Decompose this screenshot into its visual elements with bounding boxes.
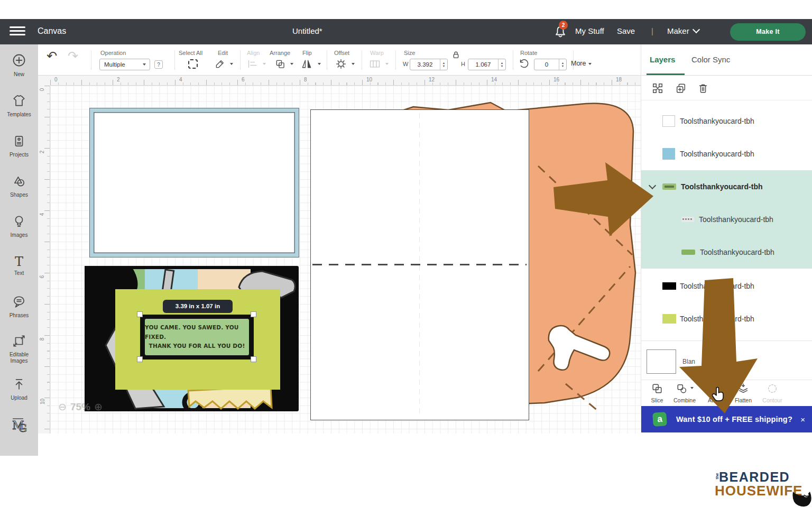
size-label: Size	[404, 50, 415, 56]
monogram-maker-icon[interactable]: M G	[12, 416, 27, 435]
app-window: Canvas Untitled* 2 My Stuff Save | Maker…	[0, 0, 812, 516]
ruler-label: 16	[553, 77, 559, 82]
zoom-in-icon[interactable]: ⊕	[94, 401, 103, 413]
tab-color-sync[interactable]: Color Sync	[691, 55, 730, 64]
layer-swatch-green-bar	[681, 250, 695, 255]
more-menu[interactable]: More	[571, 60, 592, 67]
document-title[interactable]: Untitled*	[292, 26, 322, 35]
upload-arrow-icon	[12, 377, 26, 391]
layer-row[interactable]: Toolsthankyoucard-tbh	[641, 105, 812, 137]
layer-name: Toolsthankyoucard-tbh	[699, 215, 773, 224]
label-frame[interactable]: YOU CAME. YOU SAWED. YOU FIXED. THANK YO…	[140, 315, 254, 360]
height-stepper[interactable]: ▲▼	[498, 59, 505, 70]
layer-sub-row[interactable]: Toolsthankyoucard-tbh	[641, 203, 812, 236]
sidebar-item-shapes[interactable]: Shapes	[0, 174, 38, 198]
duplicate-icon[interactable]	[675, 82, 687, 94]
ruler-label: 18	[616, 77, 622, 82]
layer-sub-row[interactable]: Toolsthankyoucard-tbh	[641, 236, 812, 269]
text-tool-icon: T	[0, 255, 38, 269]
edit-pencil-icon[interactable]	[215, 59, 225, 69]
rotate-value: 0	[534, 59, 559, 70]
ruler-label: 6	[242, 77, 245, 82]
rotate-icon[interactable]	[518, 58, 530, 70]
operation-label: Operation	[100, 50, 126, 56]
hamburger-menu-icon[interactable]	[10, 26, 25, 37]
sidebar-item-text[interactable]: T Text	[0, 255, 38, 277]
make-it-button[interactable]: Make It	[730, 23, 806, 41]
edit-caret-icon[interactable]	[230, 63, 233, 65]
arrange-label: Arrange	[270, 50, 290, 56]
layer-group-header-row[interactable]: Toolsthankyoucard-tbh	[641, 170, 812, 203]
blue-card-shape[interactable]	[90, 108, 299, 257]
notification-badge: 2	[559, 21, 568, 30]
sidebar-item-templates[interactable]: Templates	[0, 94, 38, 118]
height-value: 1.067	[468, 59, 498, 70]
sidebar-item-images[interactable]: Images	[0, 215, 38, 238]
zoom-out-icon[interactable]: ⊖	[58, 401, 67, 413]
height-label: H	[461, 61, 465, 67]
contour-icon	[767, 383, 778, 394]
offset-caret-icon[interactable]	[352, 63, 355, 65]
new-plus-icon	[12, 53, 26, 68]
slice-button[interactable]: Slice	[647, 383, 668, 403]
rotate-stepper[interactable]: ▲▼	[559, 59, 566, 70]
panel-tabs: Layers Color Sync	[641, 44, 812, 76]
left-sidebar: New Templates Projects Shapes Images T T…	[0, 44, 38, 456]
trash-icon[interactable]	[697, 82, 709, 94]
operation-dropdown[interactable]: Multiple	[99, 59, 150, 70]
size-lock-icon[interactable]	[452, 50, 460, 59]
sidebar-item-upload[interactable]: Upload	[0, 377, 38, 401]
select-all-icon[interactable]	[188, 59, 198, 69]
arrange-caret-icon[interactable]	[290, 63, 293, 65]
shapes-icon	[12, 174, 26, 188]
ruler-label: 10	[366, 77, 372, 82]
layer-row[interactable]: Toolsthankyoucard-tbh	[641, 137, 812, 170]
flip-icon[interactable]	[301, 59, 312, 69]
sidebar-item-editable-images[interactable]: Editable Images	[0, 334, 38, 364]
operation-help-button[interactable]: ?	[154, 60, 163, 69]
undo-icon[interactable]: ↶	[47, 49, 57, 63]
ruler-label: 6	[39, 275, 45, 279]
promo-logo-icon: a	[652, 412, 667, 427]
operation-value: Multiple	[104, 61, 125, 68]
machine-select[interactable]: Maker	[667, 26, 699, 35]
ruler-label: 10	[40, 399, 45, 404]
arrange-icon[interactable]	[275, 59, 285, 69]
width-input[interactable]: 3.392 ▲▼	[410, 59, 448, 70]
height-input[interactable]: 1.067 ▲▼	[468, 59, 506, 70]
white-card-shape[interactable]	[310, 109, 529, 420]
width-stepper[interactable]: ▲▼	[440, 59, 447, 70]
label-text-panel: YOU CAME. YOU SAWED. YOU FIXED. THANK YO…	[145, 319, 249, 355]
layer-swatch-yellow-green	[662, 314, 676, 324]
flip-caret-icon[interactable]	[318, 63, 321, 65]
sidebar-item-projects[interactable]: Projects	[0, 134, 38, 158]
ruler-label: 2	[39, 151, 45, 154]
edit-label: Edit	[218, 50, 228, 56]
group-icon[interactable]	[652, 82, 663, 94]
selection-handle-nw[interactable]	[137, 311, 143, 317]
align-caret-icon	[263, 63, 266, 65]
sidebar-item-phrases[interactable]: Phrases	[0, 295, 38, 319]
flip-label: Flip	[302, 50, 312, 56]
rotate-input[interactable]: 0 ▲▼	[534, 59, 567, 70]
redo-icon[interactable]: ↷	[68, 49, 78, 63]
selection-handle-ne[interactable]	[251, 311, 256, 317]
horizontal-ruler: 0 2 4 6 8 10 12 14 16 18	[50, 76, 641, 86]
ruler-label: 4	[179, 77, 182, 82]
banner-close-icon[interactable]: ×	[800, 415, 805, 424]
label-text-line2: THANK YOU FOR ALL YOU DO!	[149, 342, 245, 351]
plumb-tool-graphic	[162, 270, 173, 292]
layer-actions-row	[641, 76, 812, 100]
nav-title[interactable]: Canvas	[38, 26, 66, 36]
selected-layer-group: Toolsthankyoucard-tbh Toolsthankyoucard-…	[641, 170, 812, 269]
dropdown-caret-icon	[143, 63, 146, 66]
tab-layers[interactable]: Layers	[650, 55, 675, 64]
layer-thumbnail-text	[681, 217, 694, 222]
selection-handle-se[interactable]	[251, 356, 256, 362]
selection-handle-sw[interactable]	[137, 356, 143, 362]
my-stuff-link[interactable]: My Stuff	[575, 26, 604, 35]
offset-icon[interactable]	[335, 58, 347, 70]
layer-swatch-black	[662, 282, 676, 290]
sidebar-item-new[interactable]: New	[0, 53, 38, 78]
save-button[interactable]: Save	[617, 26, 635, 35]
